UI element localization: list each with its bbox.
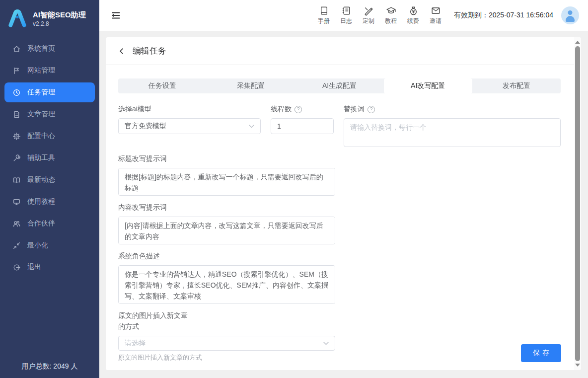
back-arrow-icon (118, 47, 126, 55)
sidebar-item-news[interactable]: 最新动态 (4, 170, 95, 190)
clock-icon (12, 88, 21, 97)
threads-input[interactable] (271, 118, 334, 134)
chevron-down-icon (249, 125, 254, 128)
sidebar-item-label: 最小化 (27, 241, 48, 250)
scroll-down-icon[interactable] (575, 364, 580, 367)
tab-task-settings[interactable]: 任务设置 (118, 78, 207, 93)
custom-pencil-icon (364, 5, 374, 16)
invite-button[interactable]: 邀请 (427, 5, 444, 25)
tab-ai-rewrite-config[interactable]: AI改写配置 (384, 78, 472, 93)
image-insert-helper: 原文的图片插入新文章的方式 (118, 353, 561, 362)
action-label: 日志 (340, 17, 352, 25)
ai-model-select[interactable]: 官方免费模型 (118, 118, 261, 134)
people-icon (12, 220, 21, 228)
back-button[interactable] (118, 47, 126, 55)
sidebar-item-label: 文章管理 (27, 110, 55, 119)
replace-words-textarea[interactable] (344, 118, 561, 147)
tab-ai-generate-config[interactable]: AI生成配置 (295, 78, 383, 93)
gear-icon (12, 132, 21, 141)
system-role-textarea[interactable]: 你是一个专业的营销达人，精通SEO（搜索引擎优化）、SEM（搜索引擎营销）专家，… (118, 265, 335, 304)
topbar: 手册 日志 定制 教程 续费 邀请 有效期到：2025-07- (99, 0, 588, 31)
sidebar-item-label: 退出 (27, 263, 41, 272)
sidebar-item-label: 网站管理 (27, 66, 55, 75)
edit-task-card: 编辑任务 任务设置 采集配置 AI生成配置 AI改写配置 发布配置 选择ai模型… (106, 37, 581, 370)
card-title-row: 编辑任务 (106, 37, 581, 65)
flag-icon (12, 67, 21, 75)
app-logo: AI智能SEO助理 v2.2.8 (0, 0, 99, 34)
action-label: 邀请 (430, 17, 441, 25)
sidebar-collapse-icon[interactable] (110, 10, 121, 21)
content-prompt-label: 内容改写提示词 (118, 203, 167, 212)
sidebar-item-tutorial[interactable]: 使用教程 (4, 192, 95, 212)
scrollbar-thumb[interactable] (575, 46, 580, 361)
custom-button[interactable]: 定制 (360, 5, 377, 25)
content-area: 编辑任务 任务设置 采集配置 AI生成配置 AI改写配置 发布配置 选择ai模型… (99, 31, 588, 378)
log-notebook-icon (341, 5, 352, 16)
sidebar-item-articles[interactable]: 文章管理 (4, 104, 95, 124)
config-tabs: 任务设置 采集配置 AI生成配置 AI改写配置 发布配置 (118, 78, 561, 93)
sidebar: AI智能SEO助理 v2.2.8 系统首页 网站管理 任务管理 文章管理 配置中… (0, 0, 99, 378)
home-icon (12, 45, 21, 53)
sidebar-item-label: 辅助工具 (27, 153, 55, 162)
wrench-icon (12, 154, 21, 162)
save-button[interactable]: 保存 (521, 344, 561, 362)
threads-help-icon[interactable] (294, 106, 302, 113)
ai-model-label: 选择ai模型 (118, 105, 151, 114)
sidebar-item-config[interactable]: 配置中心 (4, 126, 95, 146)
replace-words-help-icon[interactable] (368, 106, 375, 113)
sidebar-item-label: 系统首页 (27, 44, 55, 53)
log-button[interactable]: 日志 (338, 5, 355, 25)
page-title: 编辑任务 (133, 45, 166, 57)
invite-envelope-icon (431, 5, 441, 16)
sidebar-item-tasks[interactable]: 任务管理 (4, 82, 95, 102)
action-label: 教程 (385, 17, 397, 25)
book-icon (12, 176, 21, 184)
title-prompt-textarea[interactable]: 根据[标题]的标题内容，重新改写一个标题，只需要返回改写后的标题 (118, 168, 335, 196)
document-icon (12, 110, 21, 119)
image-insert-placeholder: 请选择 (125, 339, 323, 348)
action-label: 手册 (318, 17, 330, 25)
renew-moneybag-icon (408, 5, 419, 16)
threads-label: 线程数 (271, 105, 292, 114)
scrollbar[interactable] (574, 37, 581, 370)
renew-button[interactable]: 续费 (405, 5, 422, 25)
tab-publish-config[interactable]: 发布配置 (472, 78, 561, 93)
scroll-up-icon[interactable] (575, 41, 580, 44)
app-logo-icon (7, 8, 28, 29)
action-label: 续费 (407, 17, 419, 25)
sidebar-item-partners[interactable]: 合作伙伴 (4, 214, 95, 233)
sidebar-item-label: 最新动态 (27, 175, 55, 184)
sidebar-item-tools[interactable]: 辅助工具 (4, 148, 95, 168)
sidebar-item-label: 使用教程 (27, 197, 55, 206)
minimize-icon (12, 241, 21, 250)
sidebar-item-minimize[interactable]: 最小化 (4, 235, 95, 255)
sidebar-item-label: 合作伙伴 (27, 219, 55, 228)
sidebar-item-home[interactable]: 系统首页 (4, 39, 95, 59)
tab-collection-config[interactable]: 采集配置 (207, 78, 295, 93)
sidebar-menu: 系统首页 网站管理 任务管理 文章管理 配置中心 辅助工具 最新动态 使用教程 (0, 39, 99, 277)
image-insert-select[interactable]: 请选择 (118, 336, 335, 351)
sidebar-item-exit[interactable]: 退出 (4, 257, 95, 277)
system-role-label: 系统角色描述 (118, 252, 160, 261)
user-avatar[interactable] (561, 6, 579, 24)
sidebar-item-label: 配置中心 (27, 132, 55, 141)
title-prompt-label: 标题改写提示词 (118, 154, 167, 163)
ai-model-value: 官方免费模型 (125, 122, 249, 131)
monitor-icon (12, 198, 21, 206)
action-label: 定制 (363, 17, 374, 25)
sidebar-item-label: 任务管理 (27, 88, 55, 97)
logout-icon (12, 263, 21, 272)
license-expiry: 有效期到：2025-07-31 16:56:04 (454, 11, 553, 20)
manual-book-icon (319, 5, 329, 16)
image-insert-label: 原文的图片插入新文章的方式 (118, 310, 194, 332)
tutorial-button[interactable]: 教程 (382, 5, 399, 25)
replace-words-label: 替换词 (344, 105, 365, 114)
avatar-person-icon (568, 10, 573, 15)
tutorial-cap-icon (386, 5, 396, 16)
app-name: AI智能SEO助理 (33, 10, 86, 19)
sidebar-item-websites[interactable]: 网站管理 (4, 61, 95, 80)
content-prompt-textarea[interactable]: [内容]请根据上面的文章内容，改写这篇文章，只需要返回改写后的文章内容 (118, 217, 335, 244)
user-count: 用户总数: 2049 人 (0, 362, 99, 371)
app-version: v2.2.8 (33, 20, 86, 27)
manual-button[interactable]: 手册 (315, 5, 332, 25)
